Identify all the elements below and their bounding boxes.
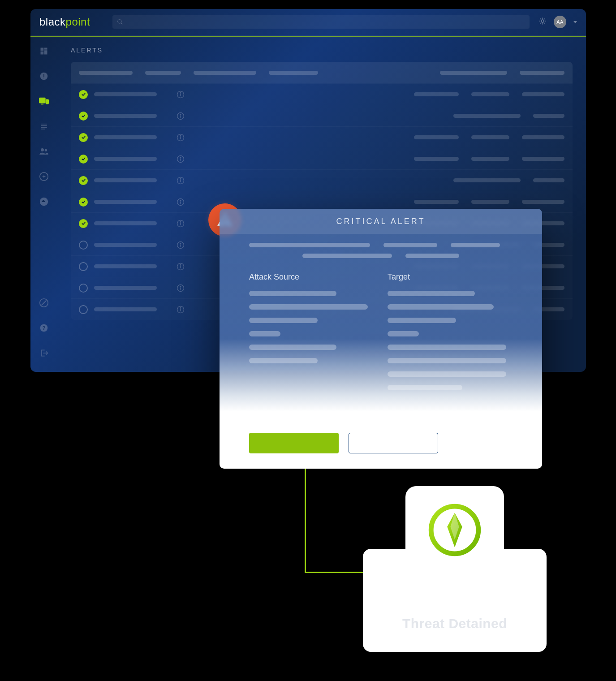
info-icon[interactable] [177,220,185,228]
alert-secondary-button[interactable] [349,433,438,453]
col-placeholder [269,71,318,75]
table-row[interactable] [71,169,573,191]
svg-line-7 [540,18,541,19]
header-actions: AA [538,16,577,28]
alert-actions [249,433,438,453]
sidebar-target-icon[interactable] [39,171,49,182]
alert-summary-row2 [220,247,542,268]
detained-label: Threat Detained [402,616,507,631]
sidebar-logout-icon[interactable] [39,348,49,358]
brightness-icon[interactable] [538,17,547,27]
status-ok-icon [79,112,88,121]
status-empty-icon [79,284,88,293]
table-header [71,62,573,83]
threat-detained-card: Threat Detained [363,486,547,665]
status-ok-icon [79,198,88,207]
status-ok-icon [79,133,88,142]
status-empty-icon [79,262,88,271]
alert-primary-button[interactable] [249,433,339,453]
status-ok-icon [79,90,88,99]
info-icon[interactable] [177,284,185,292]
table-row[interactable] [71,148,573,169]
svg-point-50 [180,200,181,201]
svg-point-38 [180,114,181,115]
svg-point-62 [180,286,181,287]
svg-point-44 [180,157,181,158]
critical-alert-modal: CRITICAL ALERT Attack Source Target [220,209,542,469]
shield-compass-icon [428,503,482,559]
sidebar-cloud-icon[interactable] [39,196,49,207]
sidebar-help-icon[interactable]: ? [39,323,49,333]
info-icon[interactable] [177,241,185,249]
sidebar-devices-icon[interactable] [39,96,49,107]
svg-point-25 [41,148,44,151]
sidebar-users-icon[interactable] [39,146,49,157]
sidebar-list-icon[interactable] [39,121,49,132]
status-empty-icon [79,241,88,250]
svg-point-56 [180,243,181,244]
svg-point-2 [541,20,544,22]
svg-rect-18 [39,98,45,103]
status-ok-icon [79,176,88,185]
user-menu-caret-icon[interactable] [573,21,577,23]
svg-rect-14 [41,52,44,55]
col-placeholder [194,71,256,75]
brand-logo: blackpoint [39,16,90,28]
info-icon[interactable] [177,155,185,163]
accent-divider [30,36,586,37]
target-label: Target [388,272,513,282]
alert-modal-title: CRITICAL ALERT [336,217,425,226]
svg-point-35 [180,92,181,93]
user-avatar[interactable]: AA [554,16,566,28]
table-row[interactable] [71,126,573,148]
info-icon[interactable] [177,306,185,314]
svg-point-59 [180,264,181,265]
page-title: ALERTS [71,47,573,54]
svg-point-0 [118,20,121,23]
info-icon[interactable] [177,91,185,99]
col-placeholder [440,71,507,75]
svg-line-1 [121,23,123,25]
svg-rect-16 [43,74,44,77]
search-input[interactable] [112,15,530,29]
alert-summary-row [220,234,542,247]
svg-line-30 [42,301,47,306]
sidebar-alert-icon[interactable] [39,71,49,82]
info-icon[interactable] [177,112,185,120]
status-empty-icon [79,305,88,314]
svg-point-53 [180,221,181,222]
svg-rect-17 [43,78,44,78]
svg-point-65 [180,307,181,308]
header-bar: blackpoint AA [30,9,586,36]
info-icon[interactable] [177,134,185,142]
info-icon[interactable] [177,263,185,271]
svg-line-10 [544,18,545,19]
target-column: Target [388,272,513,398]
sidebar-dashboard-icon[interactable] [39,46,49,56]
sidebar-nav-icon[interactable] [39,297,49,308]
svg-rect-13 [44,50,47,54]
svg-rect-12 [44,48,47,50]
brand-part2: point [66,16,90,28]
brand-part1: black [39,16,66,28]
table-row[interactable] [71,83,573,105]
flow-connector-horizontal [305,572,372,573]
svg-text:?: ? [42,325,45,331]
svg-line-8 [544,23,545,24]
attack-source-label: Attack Source [249,272,374,282]
info-icon[interactable] [177,198,185,206]
svg-point-26 [45,149,47,151]
detained-icon-holder [405,486,504,576]
alert-modal-header: CRITICAL ALERT [220,209,542,234]
table-row[interactable] [71,105,573,126]
sidebar: ? [30,37,57,372]
search-icon [117,19,123,25]
info-icon[interactable] [177,177,185,185]
svg-point-41 [180,135,181,136]
svg-rect-11 [41,48,44,51]
attack-source-column: Attack Source [249,272,374,398]
flow-connector-vertical [305,469,306,572]
col-placeholder [79,71,133,75]
svg-rect-20 [46,99,49,103]
status-ok-icon [79,219,88,228]
